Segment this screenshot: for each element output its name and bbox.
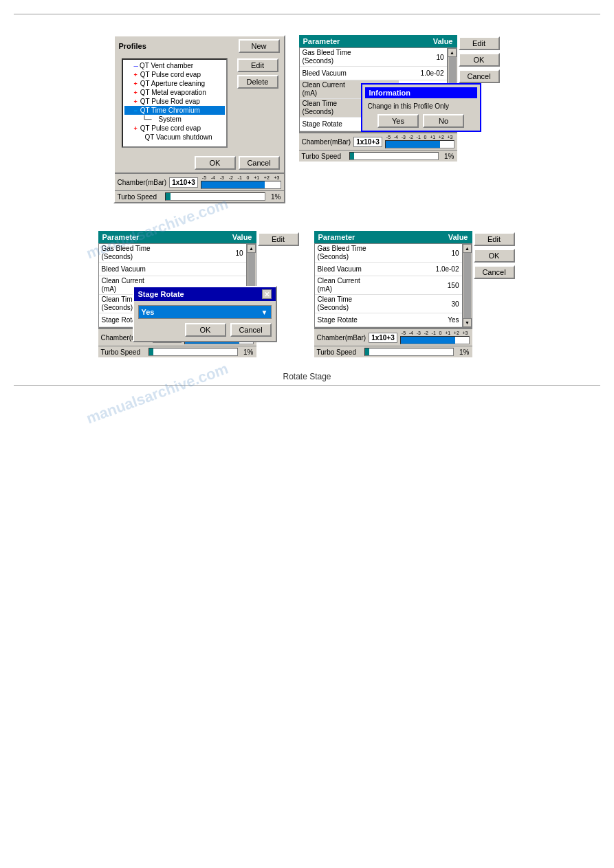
turbo-gauge-r (349, 152, 439, 160)
turbo-gauge (165, 192, 265, 201)
list-item[interactable]: └─ System (124, 115, 225, 124)
dropdown-arrow-icon: ▼ (261, 309, 268, 316)
param-section-top-right: Parameter Value Gas Bleed Time(Seconds) … (299, 35, 501, 203)
param-header-br: Parameter Value (314, 231, 472, 243)
new-button[interactable]: New (239, 39, 280, 53)
param-row-bl-1[interactable]: Gas Bleed Time(Seconds) 10 (99, 244, 246, 263)
ok-button-br[interactable]: OK (474, 249, 515, 263)
stage-buttons: OK Cancel (138, 323, 272, 337)
page-container: Profiles New ─ QT Vent chamber + QT Puls… (0, 0, 614, 868)
list-item-label: QT Time Chromium (140, 107, 200, 114)
chamber-gauge-r (385, 140, 454, 148)
list-item-label: QT Pulse Rod evap (140, 98, 200, 105)
param-row-1[interactable]: Gas Bleed Time(Seconds) 10 (300, 48, 447, 67)
param-row-bl-2[interactable]: Bleed Vacuum (99, 263, 246, 276)
info-header: Information (365, 87, 477, 98)
param-value-bl-1: 10 (198, 249, 246, 258)
param-row-2[interactable]: Bleed Vacuum 1.0e-02 (300, 67, 447, 80)
scroll-track-br (464, 253, 471, 318)
top-border (14, 14, 600, 14)
stage-select-dropdown[interactable]: Yes ▼ (138, 305, 272, 319)
param-scrollbar-br[interactable]: ▲ ▼ (463, 243, 472, 328)
edit-button[interactable]: Edit (237, 58, 278, 72)
chamber-status-bar-r: Chamber(mBar) 1x10+3 -5-4-3-2-10+1+2+3 (299, 133, 457, 150)
turbo-status-bar-br: Turbo Speed 1% (314, 346, 472, 357)
tree-icon: + (134, 125, 138, 132)
list-item-label: QT Metal evaporation (140, 89, 206, 96)
info-text: Change in this Profile Only (365, 101, 477, 111)
list-item[interactable]: + QT Metal evaporation (124, 88, 225, 97)
param-row-br-5[interactable]: Stage Rotate Yes (315, 313, 462, 327)
ok-button[interactable]: OK (195, 156, 236, 170)
tree-icon: + (134, 71, 138, 78)
chamber-label: Chamber(mBar) (118, 179, 167, 186)
edit-button-br[interactable]: Edit (474, 232, 515, 246)
delete-button[interactable]: Delete (237, 75, 278, 89)
chamber-gauge-label-br: 1x10+3 (369, 333, 397, 343)
no-button[interactable]: No (423, 114, 464, 128)
tree-icon: └─ (142, 115, 159, 123)
list-item[interactable]: + QT Pulse cord evap (124, 70, 225, 79)
information-popup: Information Change in this Profile Only … (361, 83, 481, 132)
bottom-border (14, 385, 600, 386)
list-item-label: QT Pulse cord evap (140, 71, 201, 78)
stage-close-button[interactable]: ✕ (262, 289, 272, 299)
scroll-up-btn-br[interactable]: ▲ (463, 244, 472, 253)
list-item[interactable]: + QT Pulse cord evap (124, 124, 225, 133)
list-item[interactable]: + QT Pulse Rod evap (124, 97, 225, 106)
rotate-stage-label: Rotate Stage (283, 372, 331, 381)
list-item[interactable]: QT Vacuum shutdown (124, 133, 225, 142)
param-row-br-4[interactable]: Clean Time(Seconds) 30 (315, 295, 462, 313)
scroll-up-btn-bl[interactable]: ▲ (247, 244, 256, 253)
profiles-section: Profiles New ─ QT Vent chamber + QT Puls… (113, 35, 285, 203)
bottom-sections-row: Parameter Value Gas Bleed Time(Seconds) … (14, 231, 600, 357)
yes-button[interactable]: Yes (377, 114, 419, 128)
list-item[interactable]: + QT Aperture cleaning (124, 79, 225, 88)
turbo-percent-bl: 1% (243, 348, 253, 356)
param-col-label-bl: Parameter (102, 233, 204, 241)
param-value-br-3: 150 (414, 281, 462, 290)
param-name-bl-1: Gas Bleed Time(Seconds) (99, 244, 198, 262)
tree-icon: + (134, 80, 138, 87)
turbo-percent-r: 1% (444, 153, 454, 160)
list-item[interactable]: ─ QT Vent chamber (124, 61, 225, 70)
cancel-button-r[interactable]: Cancel (459, 69, 500, 83)
tree-icon: ─ (134, 63, 138, 69)
param-header-bl: Parameter Value (98, 231, 256, 243)
ok-button-r[interactable]: OK (459, 53, 500, 67)
cancel-button[interactable]: Cancel (239, 156, 280, 170)
param-right-buttons-br: Edit OK Cancel (472, 231, 516, 357)
list-item-label: QT Vent chamber (140, 62, 193, 69)
stage-rotate-dialog: Stage Rotate ✕ Yes ▼ OK Cancel (133, 286, 277, 342)
cancel-button-br[interactable]: Cancel (474, 265, 515, 279)
param-row-br-2[interactable]: Bleed Vacuum 1.0e-02 (315, 263, 462, 276)
param-table-br: Gas Bleed Time(Seconds) 10 Bleed Vacuum … (314, 243, 463, 328)
stage-cancel-button[interactable]: Cancel (230, 323, 272, 337)
turbo-status-bar: Turbo Speed 1% (115, 190, 284, 202)
stage-content: Yes ▼ OK Cancel (134, 301, 276, 341)
list-item-label: QT Vacuum shutdown (145, 133, 212, 141)
edit-button-r[interactable]: Edit (459, 36, 500, 50)
profiles-title: Profiles (119, 42, 146, 50)
param-value-br-4: 30 (414, 300, 462, 309)
chamber-status-bar: Chamber(mBar) 1x10+3 -5-4-3-2-10+1+2+3 (115, 173, 284, 190)
list-item-selected[interactable]: − QT Time Chromium (124, 106, 225, 115)
turbo-label: Turbo Speed (118, 193, 157, 201)
edit-button-bl[interactable]: Edit (258, 232, 299, 246)
chamber-gauge (201, 181, 281, 189)
param-name-br-1: Gas Bleed Time(Seconds) (315, 244, 414, 262)
param-value-1: 10 (399, 53, 447, 62)
param-col-label: Parameter (303, 37, 405, 45)
chamber-label-r: Chamber(mBar) (302, 138, 351, 146)
value-col-label-br: Value (420, 233, 468, 241)
scroll-up-btn[interactable]: ▲ (448, 48, 457, 57)
param-row-br-1[interactable]: Gas Bleed Time(Seconds) 10 (315, 244, 462, 263)
turbo-label-bl: Turbo Speed (101, 348, 140, 356)
scroll-down-btn-br[interactable]: ▼ (463, 318, 472, 327)
param-name-bl-2: Bleed Vacuum (99, 265, 198, 274)
list-item-label: System (159, 115, 182, 123)
stage-ok-button[interactable]: OK (185, 323, 226, 337)
stage-header: Stage Rotate ✕ (134, 287, 276, 301)
param-row-br-3[interactable]: Clean Current(mA) 150 (315, 276, 462, 295)
param-value-bl-2 (198, 269, 246, 270)
